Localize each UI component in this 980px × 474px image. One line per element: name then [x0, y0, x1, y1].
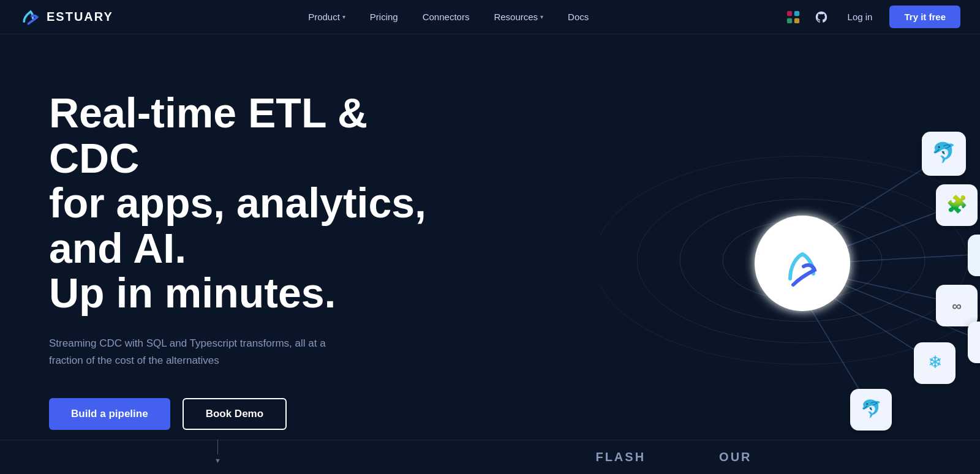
book-demo-button[interactable]: Book Demo	[183, 398, 287, 430]
svg-rect-21	[968, 235, 980, 276]
svg-text:∞: ∞	[952, 298, 962, 314]
bottom-brand-flash: FLASH	[595, 450, 646, 464]
logo-text: ESTUARY	[47, 10, 113, 24]
nav-links: Product ▾ Pricing Connectors Resources ▾…	[298, 7, 598, 27]
chevron-down-icon: ▾	[342, 13, 345, 20]
nav-resources[interactable]: Resources ▾	[484, 7, 553, 27]
svg-rect-2	[794, 10, 799, 15]
nav-docs[interactable]: Docs	[558, 7, 598, 27]
navbar: ESTUARY Product ▾ Pricing Connectors Res…	[0, 0, 980, 34]
svg-text:🐬: 🐬	[861, 399, 882, 419]
bottom-bar: ▼ FLASH OUR	[0, 440, 980, 474]
hero-section: Real-time ETL & CDC for apps, analytics,…	[0, 34, 980, 474]
nav-product[interactable]: Product ▾	[298, 7, 355, 27]
slack-icon	[786, 10, 800, 24]
hero-buttons: Build a pipeline Book Demo	[49, 398, 429, 430]
svg-rect-3	[787, 18, 792, 23]
nav-right: Log in Try it free	[784, 6, 960, 28]
build-pipeline-button[interactable]: Build a pipeline	[49, 398, 170, 430]
login-link[interactable]: Log in	[840, 7, 880, 27]
hero-content: Real-time ETL & CDC for apps, analytics,…	[49, 91, 429, 430]
github-icon	[815, 10, 828, 24]
github-button[interactable]	[812, 8, 831, 26]
connector-diagram: 🐬 🧩 ☁ ∞ ❄ 🐬 ◆	[600, 64, 980, 444]
svg-rect-1	[787, 10, 792, 15]
hero-title: Real-time ETL & CDC for apps, analytics,…	[49, 91, 429, 315]
svg-text:🐬: 🐬	[932, 141, 956, 164]
hero-subtitle: Streaming CDC with SQL and Typescript tr…	[49, 335, 343, 368]
nav-pricing[interactable]: Pricing	[360, 7, 408, 27]
svg-rect-4	[794, 18, 799, 23]
try-free-button[interactable]: Try it free	[889, 6, 960, 28]
logo-link[interactable]: ESTUARY	[20, 6, 113, 28]
svg-point-16	[755, 216, 850, 311]
logo-icon	[20, 6, 42, 28]
slack-button[interactable]	[784, 8, 802, 26]
bottom-brand-our: OUR	[719, 450, 752, 464]
chevron-down-icon: ▾	[540, 13, 543, 20]
svg-text:🧩: 🧩	[946, 194, 968, 214]
nav-connectors[interactable]: Connectors	[413, 7, 480, 27]
hero-graphic: 🐬 🧩 ☁ ∞ ❄ 🐬 ◆	[600, 64, 980, 444]
svg-rect-29	[968, 322, 980, 363]
svg-text:❄: ❄	[928, 353, 942, 372]
